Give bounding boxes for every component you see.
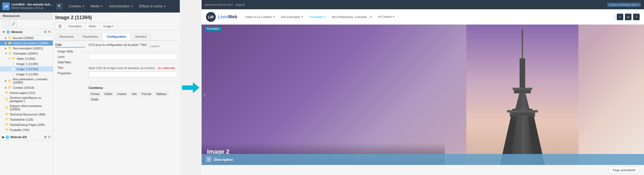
new-document-icon[interactable]: 📄 bbox=[3, 21, 9, 27]
sidebar-item-technical[interactable]: 📁 Technical Resources (499) bbox=[0, 112, 53, 117]
tab-ressource[interactable]: Ressource bbox=[55, 33, 78, 40]
sidebar-item-espace[interactable]: 📁 Espace client-conteneur (10956) bbox=[0, 103, 53, 112]
website-topbar: bienvenue benoit.client [logout] Espace … bbox=[202, 0, 644, 9]
sidebar-icon-bar: 📄 🔗 bbox=[0, 19, 53, 29]
chevron-right-icon: ▶ bbox=[5, 47, 7, 50]
logout-link[interactable]: [logout] bbox=[236, 3, 245, 6]
prev-page-button[interactable]: Page précédente bbox=[609, 167, 640, 173]
css-section-label: CSS bbox=[55, 43, 85, 48]
editor-tableau[interactable]: Tableau bbox=[154, 91, 169, 96]
contenu-title: Contenu bbox=[89, 86, 178, 90]
tab-configuration[interactable]: Configuration bbox=[102, 33, 130, 40]
hero-description-text: Description bbox=[214, 158, 233, 162]
sidebar-item-sections[interactable]: 📁 Sections spécifiques ou partagées ( bbox=[0, 95, 53, 103]
app-logo: LW LivinWeb : the website buil... MODX R… bbox=[2, 2, 52, 10]
svg-marker-10 bbox=[521, 30, 523, 58]
sidebar-item-autres[interactable]: 📁 Autres pages (212) bbox=[0, 90, 53, 95]
css-field-slidetitles[interactable]: SlideTitles bbox=[55, 60, 85, 65]
nav-contenu[interactable]: Contenu ▼ bbox=[66, 3, 87, 9]
breadcrumb-slider[interactable]: Slider bbox=[85, 23, 100, 29]
refresh-icon[interactable]: ↻ bbox=[48, 30, 51, 34]
espace-utilisateur[interactable]: Espace utilisateur démo bbox=[607, 3, 641, 7]
css-section: CSS image Slide Liens SlideTitles Titre … bbox=[55, 43, 85, 173]
sidebar-item-image3[interactable]: 📄 Image 3 (11395) bbox=[0, 72, 53, 77]
divider2 bbox=[89, 64, 178, 64]
breadcrumb-image2[interactable]: Image 2 bbox=[100, 23, 118, 29]
breadcrumb-home[interactable]: 🏠 bbox=[55, 23, 65, 29]
css-field-titre[interactable]: Titre bbox=[55, 65, 85, 70]
description-toggle-icon[interactable]: ≡ bbox=[206, 157, 211, 162]
folder-icon: 📁 bbox=[8, 36, 12, 40]
sidebar-item-contact[interactable]: ▶ 📁 Contact (10016) bbox=[0, 85, 53, 90]
logo-icon: LW bbox=[2, 2, 10, 10]
website-footer: Page précédente bbox=[202, 165, 644, 175]
page-title: Image 2 (11394) bbox=[55, 15, 178, 20]
folder-icon: 📁 bbox=[5, 98, 9, 101]
chevron-right-icon: ▶ bbox=[5, 86, 7, 89]
welcome-text: bienvenue benoit.client [logout] bbox=[205, 3, 245, 6]
chevron-down-icon: ▼ bbox=[131, 5, 133, 8]
editor-voir[interactable]: Voir bbox=[129, 91, 139, 96]
sidebar-item-accueil[interactable]: ▶ 📁 Accueil (10000) bbox=[0, 35, 53, 40]
nav-administration[interactable]: Administration ▼ bbox=[106, 3, 136, 9]
nav-clear-cache[interactable]: Effacer le cache ▼ bbox=[136, 3, 169, 9]
editor-format[interactable]: Format bbox=[139, 91, 153, 96]
editor-editer[interactable]: Editer bbox=[102, 91, 115, 96]
sidebar-item-image2[interactable]: 📄 Image 2 (11394) bbox=[0, 66, 53, 72]
css-field-liens[interactable]: Liens bbox=[55, 54, 85, 60]
sidebar-item-poubelle[interactable]: 📁 Poubelle (740) bbox=[0, 127, 53, 132]
folder-icon: 📁 bbox=[8, 86, 12, 89]
sidebar-item-slider[interactable]: ▼ 📁 Slider (11392) bbox=[0, 56, 53, 61]
website-nav-utiles[interactable]: Utiles À La Création ▼ bbox=[243, 14, 278, 20]
hero-prev-arrow[interactable]: ‹ bbox=[204, 92, 206, 98]
website-logo-icon: LW bbox=[206, 12, 216, 22]
linkedin-icon[interactable]: in bbox=[625, 14, 631, 20]
folder-icon: 📁 bbox=[5, 128, 9, 132]
website-nav-contact[interactable]: ✉ Contact ▼ bbox=[375, 14, 397, 20]
chevron-right-icon: ▶ bbox=[5, 37, 7, 39]
sidebar-item-exemples[interactable]: ▶ 📁 Des exemples (10931) bbox=[0, 46, 53, 51]
chevron-down-icon: ▼ bbox=[393, 16, 395, 18]
sidebar-item-image1[interactable]: 📄 Image 1 (11393) bbox=[0, 61, 53, 66]
chevron-down-icon: ▼ bbox=[82, 5, 85, 8]
config-fields: CCS pour la configuration de la partie "… bbox=[89, 43, 178, 173]
search-button[interactable]: 🔍 bbox=[56, 3, 63, 10]
tab-parametres[interactable]: Paramètres bbox=[78, 33, 102, 40]
style-label: Style CSS de la ligne sous le bandeau (s… bbox=[89, 66, 155, 70]
hero-breadcrumb: Formation bbox=[205, 27, 221, 31]
direction-arrow bbox=[182, 82, 199, 93]
editor-fichier[interactable]: Fichier bbox=[89, 91, 102, 96]
website-en-actions: ⚙ ↻ bbox=[44, 135, 51, 139]
sidebar-item-partenaires[interactable]: ▶ 📁 Nos partenaires, Livinweb.. (10990) bbox=[0, 77, 53, 85]
sidebar-item-formation[interactable]: ▼ 📁 Formation (10947) bbox=[0, 51, 53, 56]
refresh-icon[interactable]: ↻ bbox=[48, 135, 51, 139]
breadcrumb-formation[interactable]: Formation bbox=[65, 23, 86, 29]
svg-rect-9 bbox=[520, 58, 525, 88]
sidebar-item-tests[interactable]: 📁 Tests&Debug Pages (290) bbox=[0, 122, 53, 127]
sidebar-item-toolsadmin[interactable]: 📁 ToolsAdmin (128) bbox=[0, 117, 53, 122]
chevron-down-icon: ▼ bbox=[324, 16, 326, 18]
css-field-properties[interactable]: Properties bbox=[55, 70, 85, 76]
document-icon: 📄 bbox=[11, 72, 15, 76]
twitter-icon[interactable]: t bbox=[617, 14, 623, 20]
editor-toolbar: Fichier Editer Insérer Voir Format Table… bbox=[89, 91, 178, 102]
sidebar-item-utiles[interactable]: ▶ 📁 Utiles à la création (10886) bbox=[0, 40, 53, 46]
tab-versions[interactable]: Versions bbox=[131, 33, 151, 40]
facebook-icon[interactable]: f bbox=[633, 14, 640, 20]
css-field-image-slide[interactable]: image Slide bbox=[55, 49, 85, 54]
website-nav-partenaires[interactable]: Nos Partenaires, Livinweb... ▼ bbox=[329, 14, 375, 20]
config-description: CCS pour la configuration de la partie "… bbox=[89, 43, 147, 46]
editor-outils[interactable]: Outils bbox=[89, 97, 101, 102]
chevron-down-icon: ▼ bbox=[8, 57, 11, 60]
website-nav-formation[interactable]: Formation ▼ bbox=[306, 14, 328, 20]
website-nav-exemples[interactable]: Des Exemples ▼ bbox=[278, 14, 306, 20]
website-section-header: ▼ 🌐 Website ⚙ ↻ bbox=[0, 29, 53, 35]
settings-icon[interactable]: ⚙ bbox=[44, 135, 47, 139]
image-slide-input[interactable] bbox=[89, 54, 178, 60]
link-icon[interactable]: 🔗 bbox=[10, 21, 16, 27]
editor-inserer[interactable]: Insérer bbox=[115, 91, 129, 96]
settings-icon[interactable]: ⚙ bbox=[44, 30, 47, 34]
style-css-input[interactable] bbox=[89, 72, 178, 78]
folder-icon: 📁 bbox=[12, 57, 16, 60]
nav-media[interactable]: Média ▼ bbox=[88, 3, 106, 9]
